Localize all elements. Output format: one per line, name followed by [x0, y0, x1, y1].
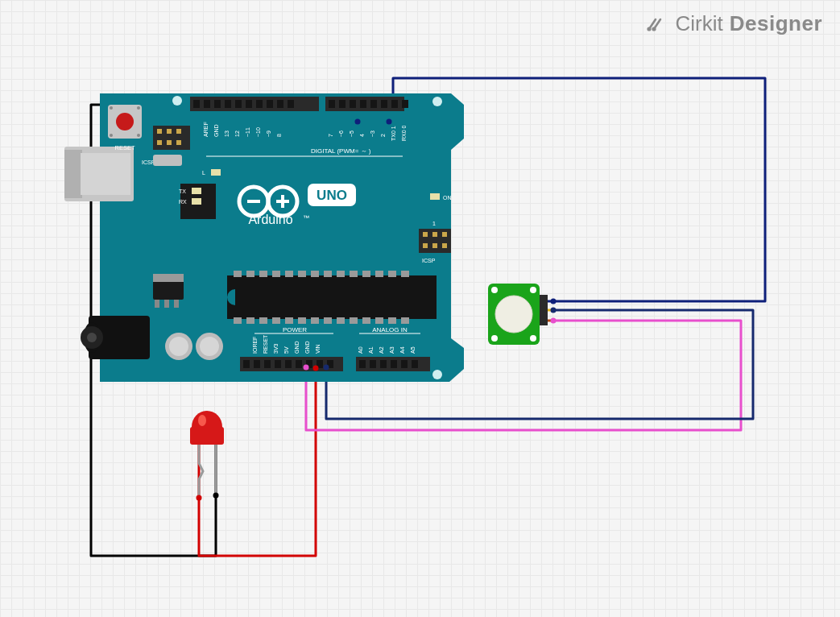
svg-rect-47 [324, 317, 332, 324]
svg-rect-26 [234, 271, 242, 277]
svg-rect-151 [190, 427, 224, 445]
svg-rect-35 [350, 271, 358, 277]
node-led-anode [197, 495, 202, 501]
svg-rect-97 [391, 100, 398, 108]
svg-text:RESET: RESET [263, 334, 268, 354]
svg-rect-43 [272, 317, 280, 324]
svg-text:~11: ~11 [245, 127, 250, 137]
arduino-uno-board[interactable]: RESET ICSP2 L TX RX ON [64, 93, 464, 382]
svg-text:GND: GND [213, 124, 219, 137]
svg-text:™: ™ [303, 214, 309, 222]
svg-rect-23 [167, 140, 172, 145]
svg-rect-53 [401, 317, 409, 324]
svg-rect-82 [204, 100, 210, 108]
svg-rect-91 [329, 100, 335, 108]
svg-point-11 [87, 333, 97, 342]
svg-rect-137 [359, 360, 366, 368]
svg-rect-40 [234, 317, 242, 324]
svg-rect-24 [176, 140, 181, 145]
board-on-label: ON [443, 195, 452, 201]
svg-rect-42 [259, 317, 267, 324]
svg-point-152 [198, 415, 206, 426]
circuit-canvas[interactable]: RESET ICSP2 L TX RX ON [0, 0, 840, 617]
svg-rect-19 [157, 129, 162, 134]
svg-rect-85 [235, 100, 242, 108]
svg-text:2: 2 [380, 134, 386, 137]
svg-point-157 [530, 335, 536, 342]
led-component[interactable] [190, 411, 224, 499]
node-pir-out [551, 299, 557, 304]
svg-point-156 [491, 335, 498, 342]
svg-rect-90 [288, 100, 294, 108]
svg-rect-139 [380, 360, 387, 368]
svg-rect-29 [272, 271, 280, 277]
svg-point-2 [172, 96, 182, 106]
board-led-rx [192, 198, 201, 205]
node-gnd-navy [324, 365, 329, 371]
svg-rect-7 [81, 153, 130, 195]
svg-text:3V3: 3V3 [273, 343, 279, 354]
svg-rect-142 [412, 360, 418, 368]
svg-text:DIGITAL (PWM= ～ ): DIGITAL (PWM= ～ ) [311, 147, 371, 155]
pir-header [540, 295, 548, 325]
svg-rect-123 [296, 360, 302, 368]
svg-text:~3: ~3 [370, 130, 375, 137]
svg-rect-38 [388, 271, 396, 277]
atmega328-dip [227, 271, 437, 324]
crystal-oscillator [153, 155, 182, 166]
svg-rect-65 [423, 232, 428, 237]
svg-rect-49 [350, 317, 358, 324]
svg-text:GND: GND [304, 341, 310, 354]
svg-point-15 [137, 106, 140, 110]
svg-rect-22 [157, 140, 162, 145]
svg-rect-69 [432, 243, 437, 248]
node-d0-blue [387, 119, 392, 125]
svg-rect-96 [381, 100, 387, 108]
svg-rect-21 [176, 129, 181, 134]
svg-rect-31 [298, 271, 306, 277]
svg-rect-86 [246, 100, 252, 108]
svg-text:A2: A2 [379, 346, 384, 354]
svg-point-57 [200, 337, 219, 356]
svg-rect-119 [254, 360, 260, 368]
svg-text:5V: 5V [283, 346, 289, 354]
node-5v-red [313, 366, 319, 371]
svg-text:1: 1 [432, 221, 436, 226]
svg-rect-70 [442, 243, 447, 248]
pir-motion-sensor[interactable] [488, 284, 553, 345]
svg-text:A5: A5 [410, 346, 416, 354]
svg-rect-88 [267, 100, 273, 108]
svg-text:AREF: AREF [203, 122, 209, 137]
svg-rect-20 [167, 129, 172, 134]
node-pir-vcc [551, 318, 557, 324]
svg-rect-62 [153, 274, 184, 282]
svg-rect-46 [311, 317, 319, 324]
svg-point-14 [110, 106, 113, 110]
svg-rect-45 [298, 317, 306, 324]
svg-rect-118 [243, 360, 250, 368]
svg-rect-25 [227, 275, 437, 319]
board-led-L [211, 169, 221, 176]
svg-rect-30 [285, 271, 293, 277]
svg-rect-94 [360, 100, 366, 108]
svg-text:TX0 1: TX0 1 [391, 126, 396, 141]
svg-text:7: 7 [328, 134, 333, 137]
svg-text:4: 4 [359, 134, 365, 137]
svg-rect-140 [391, 360, 397, 368]
node-led-cathode [213, 493, 219, 499]
svg-text:~10: ~10 [255, 127, 261, 137]
svg-rect-52 [388, 317, 396, 324]
svg-rect-28 [259, 271, 267, 277]
svg-point-5 [432, 370, 442, 379]
svg-rect-27 [246, 271, 254, 277]
reset-button[interactable] [108, 105, 142, 139]
svg-point-3 [432, 97, 442, 106]
svg-text:A4: A4 [399, 346, 405, 354]
svg-rect-138 [370, 360, 376, 368]
svg-rect-33 [324, 271, 332, 277]
svg-rect-141 [401, 360, 408, 368]
svg-rect-60 [164, 300, 169, 308]
svg-point-154 [491, 287, 498, 293]
svg-rect-81 [193, 100, 200, 108]
svg-text:POWER: POWER [283, 326, 307, 333]
